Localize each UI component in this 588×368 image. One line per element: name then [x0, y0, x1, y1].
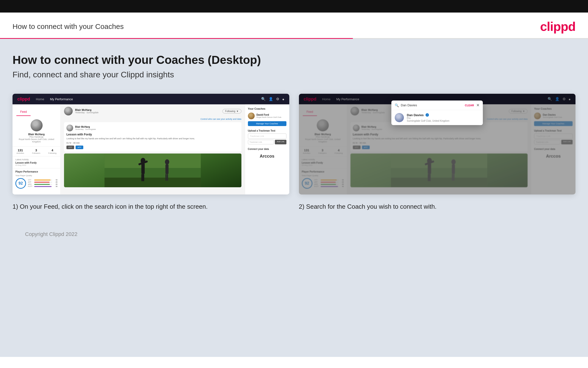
svg-rect-9 [165, 164, 168, 174]
chevron-down-icon: ▼ [236, 110, 239, 112]
main-heading: How to connect with your Coaches (Deskto… [12, 53, 576, 66]
bar-arg: ARG 86 [28, 184, 58, 185]
feed-meta-1: Yesterday · Sunningdale [75, 111, 220, 114]
search-icon[interactable]: 🔍 [261, 97, 266, 101]
bar-app: APP 85 [28, 181, 58, 183]
close-icon[interactable]: ✕ [476, 103, 479, 108]
search-result-sub2: Sunningdale Golf Club, United Kingdom [407, 120, 449, 122]
header: How to connect with your Coaches clippd [0, 12, 588, 38]
feed-avatar-1 [64, 107, 73, 115]
coach-sub-1: Royal North Devon Golf Club [257, 116, 281, 118]
app-stat-following: 4 Following [48, 148, 57, 154]
svg-rect-1 [105, 178, 201, 187]
performance-title-1: Player Performance [15, 170, 58, 173]
step-1-description: 1) On your Feed, click on the search ico… [12, 194, 289, 211]
score-bars-1: OTT 90 APP 85 [28, 179, 58, 188]
feed-name-1: Blair McHarg [75, 109, 220, 111]
app-sidebar-1: Feed Blair McHarg Plus Handicap Royal No… [12, 104, 61, 194]
search-modal: 🔍 Dan Davies CLEAR ✕ Dan Davies ✓ Pro [391, 101, 483, 125]
panel-1: clippd Home My Performance 🔍 👤 ⚙ ● Feed [12, 94, 289, 211]
top-bar [0, 0, 588, 12]
search-modal-icon: 🔍 [395, 103, 399, 107]
connect-title-1: Connect your data [248, 148, 286, 150]
settings-icon[interactable]: ⚙ [276, 97, 279, 101]
avatar-icon[interactable]: ● [282, 97, 284, 101]
feed-info-1: Blair McHarg Yesterday · Sunningdale [75, 109, 220, 114]
app-feed-1: Blair McHarg Yesterday · Sunningdale Fol… [61, 104, 245, 194]
main-subheading: Find, connect and share your Clippd insi… [12, 70, 576, 79]
following-count: 4 [48, 148, 57, 152]
app-nav-icons-1: 🔍 👤 ⚙ ● [261, 97, 284, 101]
main-content: How to connect with your Coaches (Deskto… [0, 39, 588, 357]
screenshot-2: 🔍 Dan Davies CLEAR ✕ Dan Davies ✓ Pro [299, 94, 576, 194]
lesson-duration-1: 01 hr : 30 min [66, 142, 239, 144]
trackman-field-1[interactable]: Trackman Link [248, 140, 274, 144]
svg-point-8 [165, 159, 169, 165]
bar-putt: PUTT 96 [28, 185, 58, 187]
step-2-text: Search for the Coach you wish to connect… [306, 203, 437, 210]
search-result-info-1: Dan Davies ✓ Pro Sunningdale Golf Club, … [407, 113, 449, 122]
lesson-btn-row-1: OTT APP [66, 146, 239, 149]
app-logo-1: clippd [17, 97, 30, 102]
app-performance-section-1: Player Performance Total Player Quality … [12, 168, 61, 191]
followers-count: 3 [32, 148, 40, 152]
svg-rect-7 [143, 174, 144, 181]
svg-rect-10 [165, 174, 167, 181]
lesson-info-1: Blair McHarg Yesterday · Sunningdale [75, 126, 96, 130]
clippd-logo: clippd [540, 19, 576, 34]
footer: Copyright Clippd 2022 [12, 225, 576, 243]
lesson-avatar-1 [66, 125, 73, 131]
panels-container: clippd Home My Performance 🔍 👤 ⚙ ● Feed [12, 94, 576, 211]
activities-label: Activities [17, 152, 24, 154]
screenshot-1: clippd Home My Performance 🔍 👤 ⚙ ● Feed [12, 94, 289, 194]
following-button-1[interactable]: Following ▼ [222, 109, 241, 113]
app-feed-header-1: Blair McHarg Yesterday · Sunningdale Fol… [64, 107, 241, 115]
step-2-description: 2) Search for the Coach you wish to conn… [299, 194, 576, 211]
photo-golfers-1 [64, 154, 241, 187]
step-1-text: On your Feed, click on the search icon i… [20, 203, 208, 210]
lesson-coach-sub-1: Yesterday · Sunningdale [75, 128, 96, 130]
app-avatar-inner-1 [31, 119, 43, 131]
app-latest-activity-1: Latest Activity Lesson with Fordy 03 Aug… [12, 156, 61, 168]
app-body-1: Feed Blair McHarg Plus Handicap Royal No… [12, 104, 289, 194]
verified-badge: ✓ [426, 113, 429, 117]
following-label: Following [48, 152, 57, 154]
svg-rect-4 [141, 163, 145, 174]
search-clear-button[interactable]: CLEAR [465, 104, 474, 107]
add-link-btn-1[interactable]: Add Link [275, 140, 286, 144]
coach-name-1: David Ford [257, 113, 281, 116]
search-result-item-1[interactable]: Dan Davies ✓ Pro Sunningdale Golf Club, … [391, 110, 483, 125]
arccos-logo-1: Arccos [248, 152, 286, 161]
search-modal-input[interactable]: Dan Davies [401, 103, 465, 107]
latest-activity-item: Lesson with Fordy [15, 161, 58, 164]
step-1-number: 1) [12, 203, 18, 210]
btn-app-1[interactable]: APP [76, 146, 83, 149]
lesson-desc-1: Looking to feel like my hands are exitin… [66, 137, 239, 140]
btn-off-1[interactable]: OTT [66, 146, 74, 149]
latest-activity-date: 03 Aug 2022 [15, 164, 58, 166]
app-coaches-1: Your Coaches David Ford Royal North Devo… [245, 104, 289, 194]
app-avatar-1 [31, 119, 43, 131]
score-row-1: 92 OTT 90 APP [15, 178, 58, 189]
control-link-1[interactable]: Control who can see your activity and da… [64, 118, 241, 120]
search-result-sub1: Pro [407, 117, 449, 120]
search-result-name-1: Dan Davies [407, 113, 424, 117]
page-title: How to connect with your Coaches [12, 22, 124, 31]
lesson-header-1: Blair McHarg Yesterday · Sunningdale [66, 125, 239, 131]
trackman-input-1[interactable]: Trackman Link [248, 134, 286, 139]
search-modal-header: 🔍 Dan Davies CLEAR ✕ [391, 101, 483, 110]
upload-title-1: Upload a Trackman Test [248, 129, 286, 132]
photo-area-1 [64, 154, 241, 187]
score-circle-1: 92 [15, 178, 26, 189]
manage-coaches-btn-1[interactable]: Manage Your Coaches [248, 121, 286, 126]
coach-avatar-1 [248, 112, 255, 119]
step-2-number: 2) [299, 203, 305, 210]
app-stat-activities: 131 Activities [17, 148, 24, 154]
copyright-text: Copyright Clippd 2022 [25, 231, 78, 237]
feed-tab[interactable]: Feed [16, 108, 31, 116]
coaches-title-1: Your Coaches [248, 107, 286, 110]
activities-count: 131 [17, 148, 24, 152]
user-icon[interactable]: 👤 [269, 97, 273, 101]
lesson-title-1: Lesson with Fordy [66, 133, 239, 136]
coach-info-1: David Ford Royal North Devon Golf Club [257, 113, 281, 118]
